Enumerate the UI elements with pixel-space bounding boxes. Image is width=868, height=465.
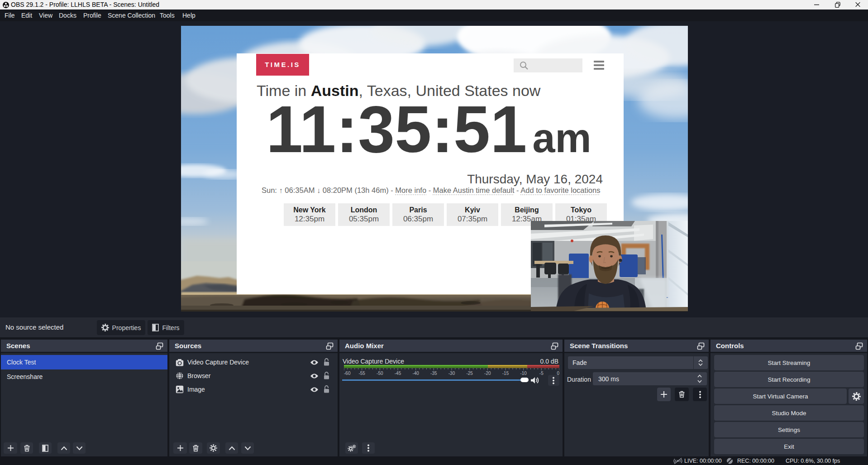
svg-text:-45: -45 (395, 371, 401, 375)
svg-text:-20: -20 (484, 371, 491, 375)
svg-text:-30: -30 (448, 371, 455, 375)
svg-text:-60: -60 (344, 371, 351, 375)
svg-text:-15: -15 (502, 371, 509, 375)
svg-text:-50: -50 (377, 371, 383, 375)
svg-text:-5: -5 (539, 371, 544, 375)
svg-text:-35: -35 (430, 371, 437, 375)
svg-text:-25: -25 (466, 371, 473, 375)
svg-text:-55: -55 (358, 371, 365, 375)
svg-text:-40: -40 (412, 371, 419, 375)
svg-text:-10: -10 (520, 371, 527, 375)
